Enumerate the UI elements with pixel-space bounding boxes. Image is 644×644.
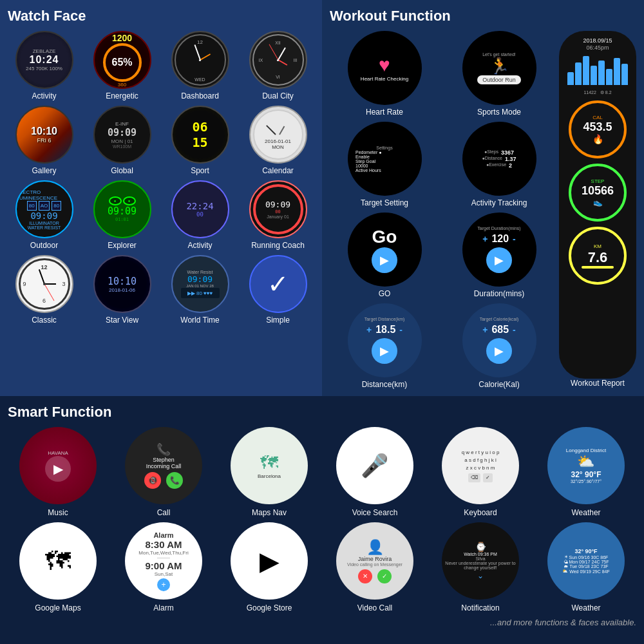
smart-maps-circle[interactable]: 🗺 Barcelona	[231, 427, 308, 504]
watch-face-explorer[interactable]: ● ● 09:09 01:01	[93, 180, 151, 238]
watch-face-classic[interactable]: 12 3 6 9	[15, 255, 73, 313]
workout-heartrate-circle[interactable]: ♥ Heart Rate Checking	[348, 31, 422, 105]
workout-label-targetsetting: Target Setting	[361, 198, 408, 207]
smart-item-notif: ⌚ Watch 09:36 PM Silva Never underestima…	[430, 522, 531, 612]
watch-face-dualcity[interactable]: XII III VI IX	[249, 31, 307, 89]
smart-voice-circle[interactable]: 🎤	[336, 427, 413, 504]
smart-item-keyboard: q w e r t y u i o p a s d f g h j k l z …	[430, 427, 531, 517]
watch-label-worldtime: World Time	[180, 316, 219, 325]
workout-calorie-circle[interactable]: Target Calorie(kcal) + 685 - ▶	[462, 303, 536, 377]
workout-duration-circle[interactable]: Target Duration(mins) + 120 - ▶	[462, 213, 536, 287]
watch-face-title: Watch Face	[8, 8, 314, 24]
watch-label-starview: Star View	[106, 316, 138, 325]
smart-item-vcall: 👤 Jaime Rovira Video calling on Messenge…	[325, 522, 425, 612]
report-km-label: KM	[594, 243, 601, 249]
workout-label-heartrate: Heart Rate	[366, 108, 403, 117]
watch-face-energetic[interactable]: 1200 65% 360	[93, 31, 151, 89]
watch-face-grid: ZEBLAZE 10:24 245 700K 100% Activity 120…	[8, 31, 314, 325]
watch-label-dualcity: Dual City	[262, 91, 294, 100]
workout-report-pill: 2018.09/15 06:45pm	[559, 31, 636, 379]
watch-item-worldtime: Water Resist 09:09 JAN 01 NOV 28 ▶▶ 80 ♥…	[164, 255, 236, 325]
watch-face-sport[interactable]: 06 15	[171, 106, 229, 164]
smart-music-circle[interactable]: HAVANA ▶	[19, 427, 97, 504]
report-step-label: STEP	[591, 178, 605, 184]
watch-face-dashboard[interactable]: 12 WED	[171, 31, 229, 89]
watch-face-global[interactable]: E-INF 09:09 MON | 01 WR100M	[93, 106, 151, 164]
watch-label-activity: Activity	[32, 91, 56, 100]
workout-item-duration: Target Duration(mins) + 120 - ▶	[444, 213, 554, 298]
watch-item-calendar: 2016-01-01 MON Calendar	[242, 106, 314, 175]
smart-weather-circle[interactable]: Longgand District ⛅ 32° 90°F 32°/25°.90°…	[547, 427, 625, 504]
smart-vcall-circle[interactable]: 👤 Jaime Rovira Video calling on Messenge…	[336, 522, 413, 600]
watch-face-gallery[interactable]: 10:10 FRI 6	[15, 106, 73, 164]
report-time: 06:45pm	[586, 44, 609, 51]
watch-face-starview[interactable]: 10:10 2018-01-06	[93, 255, 151, 313]
smart-label-maps: Maps Nav	[252, 508, 287, 517]
smart-label-voice: Voice Search	[352, 508, 398, 517]
report-cal-label: CAL	[592, 115, 603, 120]
smart-grid: HAVANA ▶ Music 📞 StephenIncoming Call	[8, 427, 636, 612]
watch-item-classic: 12 3 6 9 Classic	[8, 255, 80, 325]
watch-item-global: E-INF 09:09 MON | 01 WR100M Global	[86, 106, 158, 175]
smart-label-keyboard: Keyboard	[464, 508, 497, 517]
smart-call-circle[interactable]: 📞 StephenIncoming Call 📵 📞	[125, 427, 202, 504]
smart-gmaps-circle[interactable]: 🗺	[19, 522, 97, 600]
smart-weather2-circle[interactable]: 32° 90°F ☀Sun 09/1630C 86F 🌤Mon 09/1724C…	[547, 522, 625, 600]
smart-item-weather: Longgand District ⛅ 32° 90°F 32°/25°.90°…	[536, 427, 636, 517]
watch-face-running[interactable]: 09:09 00 January 01	[249, 180, 307, 238]
smart-label-gstore: Google Store	[247, 603, 292, 612]
watch-label-explorer: Explorer	[108, 241, 137, 250]
watch-item-dualcity: XII III VI IX Dual City	[242, 31, 314, 100]
watch-item-outdoor: ELECTRO LUMINESCENCE 80 AO 80 09:09 ILLU…	[8, 180, 80, 250]
watch-face-simple[interactable]: ✓	[249, 255, 307, 313]
workout-go-circle[interactable]: Go ▶	[348, 213, 422, 287]
watch-face-calendar[interactable]: 2016-01-01 MON	[249, 106, 307, 164]
watch-face-worldtime[interactable]: Water Resist 09:09 JAN 01 NOV 28 ▶▶ 80 ♥…	[171, 255, 229, 313]
watch-face-activity2[interactable]: 22:24 00	[171, 180, 229, 238]
smart-notif-circle[interactable]: ⌚ Watch 09:36 PM Silva Never underestima…	[442, 522, 519, 600]
smart-label-call: Call	[157, 508, 171, 517]
smart-item-alarm: Alarm 8:30 AM Mon,Tue,Wed,Thu,Fri 9:00 A…	[113, 522, 214, 612]
workout-activitytracking-circle[interactable]: ●Steps3367 ●Distance1.37 ●Exercise2	[462, 122, 536, 196]
top-half: Watch Face ZEBLAZE 10:24 245 700K 100% A…	[0, 0, 644, 396]
workout-label-activitytracking: Activity Tracking	[471, 198, 527, 207]
workout-label-calorie: Calorie(Kal)	[478, 380, 519, 389]
workout-report-label: Workout Report	[571, 379, 625, 388]
workout-label-distance: Distance(km)	[362, 380, 408, 389]
workout-item-go: Go ▶ GO	[330, 213, 439, 298]
workout-targetsetting-circle[interactable]: Settings Pedometer ● Enable Step Goal 10…	[348, 122, 422, 196]
smart-item-music: HAVANA ▶ Music	[8, 427, 108, 517]
workout-section: Workout Function ♥ Heart Rate Checking H…	[322, 0, 644, 396]
smart-item-maps: 🗺 Barcelona Maps Nav	[219, 427, 319, 517]
smart-alarm-circle[interactable]: Alarm 8:30 AM Mon,Tue,Wed,Thu,Fri 9:00 A…	[125, 522, 202, 600]
smart-label-weather: Weather	[571, 508, 600, 517]
smart-item-gmaps: 🗺 Google Maps	[8, 522, 108, 612]
smart-item-voice: 🎤 Voice Search	[325, 427, 425, 517]
watch-label-sport: Sport	[191, 166, 209, 175]
workout-item-activitytracking: ●Steps3367 ●Distance1.37 ●Exercise2 Act	[444, 122, 554, 207]
watch-label-outdoor: Outdoor	[30, 241, 58, 250]
watch-label-classic: Classic	[32, 316, 57, 325]
smart-item-gstore: ▶ Google Store	[219, 522, 319, 612]
workout-item-targetsetting: Settings Pedometer ● Enable Step Goal 10…	[330, 122, 439, 207]
watch-item-activity: ZEBLAZE 10:24 245 700K 100% Activity	[8, 31, 80, 100]
watch-label-gallery: Gallery	[32, 166, 56, 175]
smart-keyboard-circle[interactable]: q w e r t y u i o p a s d f g h j k l z …	[442, 427, 519, 504]
watch-label-energetic: Energetic	[106, 91, 138, 100]
watch-item-gallery: 10:10 FRI 6 Gallery	[8, 106, 80, 175]
watch-item-starview: 10:10 2018-01-06 Star View	[86, 255, 158, 325]
smart-gstore-circle[interactable]: ▶	[231, 522, 308, 600]
workout-label-go: GO	[379, 289, 391, 298]
watch-item-dashboard: 12 WED Dashboard	[164, 31, 236, 100]
report-calories: 453.5	[583, 120, 612, 134]
watch-face-outdoor[interactable]: ELECTRO LUMINESCENCE 80 AO 80 09:09 ILLU…	[15, 180, 73, 238]
smart-label-music: Music	[48, 508, 68, 517]
watch-face-activity[interactable]: ZEBLAZE 10:24 245 700K 100%	[15, 31, 73, 89]
workout-item-distance: Target Distance(km) + 18.5 - ▶	[330, 303, 439, 389]
workout-distance-circle[interactable]: Target Distance(km) + 18.5 - ▶	[348, 303, 422, 377]
watch-item-simple: ✓ Simple	[242, 255, 314, 325]
workout-sportsmode-circle[interactable]: Let's get started! 🏃 Outdoor Run	[462, 31, 536, 105]
watch-label-simple: Simple	[266, 316, 290, 325]
report-km: 7.6	[588, 249, 608, 266]
smart-label-weather2: Weather	[571, 603, 600, 612]
